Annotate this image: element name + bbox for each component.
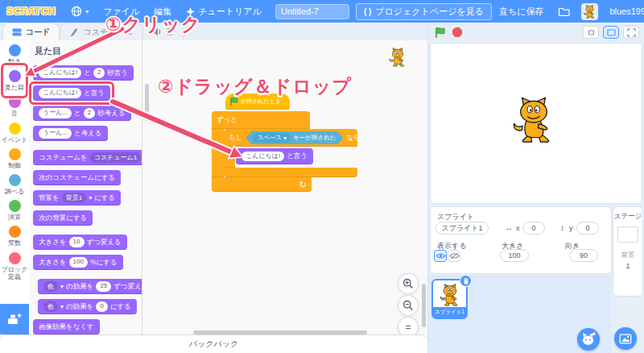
block-value-input[interactable]: 0 xyxy=(96,301,107,311)
block-value-input[interactable]: うーん... xyxy=(39,128,72,138)
palette-block[interactable]: 大きさを10ずつ変える xyxy=(33,235,127,250)
zoom-in-icon xyxy=(402,278,414,289)
key-pressed-condition[interactable]: スペース▾ キーが押された xyxy=(246,131,343,144)
stage-title: ステージ xyxy=(614,212,642,222)
block-value-input[interactable]: うーん... xyxy=(39,108,72,118)
stage-selector[interactable]: ステージ 背景 1 xyxy=(613,206,643,297)
y-position-input[interactable] xyxy=(576,222,599,235)
palette-block[interactable]: 色▾の効果を25ずつ変える xyxy=(38,279,142,294)
add-sprite-button[interactable] xyxy=(577,328,600,351)
add-sprite-cat-icon xyxy=(580,331,597,347)
vertical-scrollbar[interactable] xyxy=(422,284,426,327)
backdrop-thumbnail[interactable] xyxy=(617,226,638,243)
palette-block[interactable]: うーん...と2秒考える xyxy=(33,106,131,121)
sprite-name-input[interactable] xyxy=(436,222,489,235)
sprite-info-panel: スプライト ↔ x ↕ y 表示する 大きさ 向き xyxy=(430,206,612,274)
palette-block[interactable]: コスチュームをコスチューム1▾にする xyxy=(33,150,142,165)
stop-button[interactable] xyxy=(452,27,462,37)
forever-block-arm xyxy=(212,129,224,177)
block-value-input[interactable]: 100 xyxy=(69,257,88,267)
direction-input[interactable] xyxy=(569,249,598,262)
fullscreen-button[interactable] xyxy=(623,26,639,39)
palette-block[interactable]: 色▾の効果を0にする xyxy=(38,299,137,314)
block-label: にする xyxy=(94,193,115,203)
forever-block-bottom: ↻ xyxy=(212,177,312,192)
block-label: %にする xyxy=(90,258,118,268)
palette-block[interactable]: 次の背景にする xyxy=(33,210,93,226)
zoom-reset-icon: = xyxy=(405,322,411,333)
cat-sprite[interactable] xyxy=(510,95,557,145)
block-value-input[interactable]: 2 xyxy=(84,108,95,118)
green-flag-button[interactable] xyxy=(434,27,446,39)
extension-icon xyxy=(6,311,23,327)
block-value-input[interactable]: 10 xyxy=(69,237,85,247)
category-label: 制御 xyxy=(7,162,22,169)
y-axis-icon: ↕ xyxy=(560,223,564,232)
zoom-in-button[interactable] xyxy=(398,273,419,294)
palette-block[interactable]: 大きさを100%にする xyxy=(33,255,123,270)
add-extension-button[interactable] xyxy=(0,304,29,334)
palette-block[interactable]: 画像効果をなくす xyxy=(33,319,100,334)
trash-icon xyxy=(463,277,469,285)
block-label: 大きさを xyxy=(39,238,67,247)
block-dropdown[interactable]: 背景1 xyxy=(62,193,86,203)
hide-sprite-button[interactable] xyxy=(448,250,460,262)
caret-down-icon: ▾ xyxy=(89,194,92,201)
tab-code[interactable]: コード xyxy=(2,23,60,40)
my-stuff-button[interactable] xyxy=(551,0,577,23)
block-dropdown[interactable]: 色 xyxy=(43,301,58,312)
category-item-8[interactable]: 変数 xyxy=(0,226,29,247)
show-sprite-button[interactable] xyxy=(434,250,447,262)
palette-block[interactable]: うーん...と考える xyxy=(33,126,108,141)
palette-scrollbar[interactable] xyxy=(145,84,149,121)
category-item-5[interactable]: 制御 xyxy=(0,148,29,169)
avatar[interactable] xyxy=(581,3,598,20)
category-item-9[interactable]: ブロック定義 xyxy=(0,252,29,280)
sprite-card[interactable]: スプライト1 xyxy=(431,279,468,319)
forever-block-top[interactable]: ずっと xyxy=(212,111,310,129)
block-dropdown[interactable]: 色 xyxy=(43,281,58,292)
block-value-input[interactable]: 2 xyxy=(93,68,105,77)
if-block-top[interactable]: もし スペース▾ キーが押された なら xyxy=(224,129,357,147)
palette-block[interactable]: 背景を背景1▾にする xyxy=(33,190,121,206)
delete-sprite-button[interactable] xyxy=(460,275,472,287)
small-stage-button[interactable] xyxy=(583,26,599,39)
zoom-out-button[interactable] xyxy=(398,295,419,316)
say-text-input[interactable]: こんにちは! xyxy=(242,152,284,161)
add-backdrop-button[interactable] xyxy=(614,327,637,350)
palette-block[interactable]: こんにちは!と2秒言う xyxy=(33,65,134,81)
size-input[interactable] xyxy=(500,249,529,262)
annotation-box-category xyxy=(1,63,28,98)
say-block[interactable]: こんにちは! と言う xyxy=(236,148,313,164)
globe-icon xyxy=(71,6,82,17)
if-label: もし xyxy=(229,133,242,143)
sprite-card-name: スプライト1 xyxy=(433,307,466,318)
palette-header: 見た目 xyxy=(35,45,142,57)
key-option: スペース xyxy=(257,134,282,142)
x-position-input[interactable] xyxy=(522,222,545,235)
if-block-arm xyxy=(224,147,235,168)
normal-stage-button[interactable] xyxy=(603,26,619,39)
tab-bar: コード コスチューム 音 xyxy=(0,23,427,40)
category-item-7[interactable]: 演算 xyxy=(0,200,29,221)
block-dropdown[interactable]: コスチューム1 xyxy=(90,152,141,163)
block-value-input[interactable]: 25 xyxy=(96,281,111,291)
category-item-3[interactable]: 音 xyxy=(0,96,29,117)
view-project-page-button[interactable]: ( ) プロジェクトページを見る xyxy=(356,3,492,20)
add-backdrop-icon xyxy=(618,331,633,346)
tab-code-label: コード xyxy=(26,27,50,38)
category-color-dot xyxy=(9,252,21,264)
y-label: y xyxy=(569,224,573,232)
category-item-6[interactable]: 調べる xyxy=(0,174,29,195)
category-item-4[interactable]: イベント xyxy=(0,123,29,143)
scratch-logo[interactable]: SCRATCH xyxy=(6,6,56,17)
account-menu[interactable]: blues1997 ▾ xyxy=(602,0,644,23)
block-value-input[interactable]: こんにちは! xyxy=(39,68,81,77)
block-label: 次の背景にする xyxy=(39,214,87,223)
project-name-input[interactable] xyxy=(275,4,349,19)
key-dropdown[interactable]: スペース▾ xyxy=(253,133,291,143)
backpack-bar[interactable]: バックパック xyxy=(0,334,427,353)
language-menu[interactable]: ▾ xyxy=(64,0,96,23)
save-now-button[interactable]: 直ちに保存 xyxy=(492,0,551,23)
palette-block[interactable]: 次のコスチュームにする xyxy=(33,170,121,185)
